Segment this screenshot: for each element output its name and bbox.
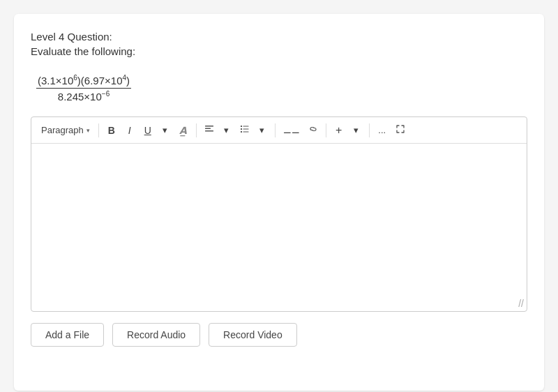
editor-toolbar: Paragraph ▾ B I U ▾ xyxy=(31,117,527,144)
text-color-icon: A̲ xyxy=(179,125,187,136)
list-dropdown-button[interactable]: ▾ xyxy=(254,122,271,138)
toolbar-separator-5 xyxy=(369,123,370,137)
record-video-button[interactable]: Record Video xyxy=(209,323,297,347)
add-dropdown-button[interactable]: ▾ xyxy=(348,122,365,138)
underline-chevron-icon: ▾ xyxy=(163,125,167,135)
expand-icon xyxy=(395,124,405,136)
link-button[interactable] xyxy=(305,121,322,139)
align-button[interactable] xyxy=(201,121,218,139)
question-level-label: Level 4 Question: xyxy=(31,31,527,43)
resize-handle[interactable]: // xyxy=(518,299,524,308)
action-buttons-container: Add a File Record Audio Record Video xyxy=(31,323,527,347)
question-instruction: Evaluate the following: xyxy=(31,45,527,57)
toolbar-separator-3 xyxy=(275,123,276,137)
list-group: ▾ xyxy=(236,121,271,139)
list-chevron-icon: ▾ xyxy=(259,125,264,135)
special-insert-button[interactable]: ⚊⚊ xyxy=(280,122,303,138)
add-group: + ▾ xyxy=(331,122,365,139)
add-file-button[interactable]: Add a File xyxy=(31,323,104,347)
toolbar-separator-1 xyxy=(98,123,99,137)
align-group: ▾ xyxy=(201,121,235,139)
align-icon xyxy=(204,124,214,136)
add-icon: + xyxy=(335,125,342,136)
toolbar-separator-2 xyxy=(196,123,197,137)
svg-rect-1 xyxy=(205,128,211,130)
svg-rect-4 xyxy=(243,126,248,127)
page-container: Level 4 Question: Evaluate the following… xyxy=(14,14,544,391)
svg-rect-0 xyxy=(205,126,213,127)
more-options-button[interactable]: ... xyxy=(374,122,391,138)
underline-button[interactable]: U xyxy=(140,122,156,139)
math-expression: (3.1×106)(6.97×104) 8.245×10−6 xyxy=(36,74,131,103)
math-numerator: (3.1×106)(6.97×104) xyxy=(36,74,131,89)
add-button[interactable]: + xyxy=(331,122,347,139)
link-icon xyxy=(308,124,318,136)
toolbar-separator-4 xyxy=(326,123,326,137)
svg-rect-5 xyxy=(241,128,242,130)
underline-group: U ▾ xyxy=(140,122,174,139)
bold-button[interactable]: B xyxy=(103,122,120,139)
italic-button[interactable]: I xyxy=(121,122,138,139)
svg-rect-7 xyxy=(241,131,242,133)
align-chevron-icon: ▾ xyxy=(224,125,229,135)
underline-dropdown-button[interactable]: ▾ xyxy=(157,122,174,138)
math-denominator: 8.245×10−6 xyxy=(58,89,110,103)
special-insert-icon: ⚊⚊ xyxy=(283,125,300,135)
paragraph-chevron-icon: ▾ xyxy=(86,127,90,134)
paragraph-style-dropdown[interactable]: Paragraph ▾ xyxy=(37,123,94,137)
list-icon xyxy=(240,124,250,136)
expand-button[interactable] xyxy=(392,121,409,139)
align-dropdown-button[interactable]: ▾ xyxy=(218,122,235,138)
svg-rect-3 xyxy=(241,126,242,127)
svg-rect-8 xyxy=(243,132,248,133)
add-chevron-icon: ▾ xyxy=(354,125,359,135)
paragraph-label: Paragraph xyxy=(41,125,84,135)
editor-body[interactable]: // xyxy=(31,144,527,311)
more-options-icon: ... xyxy=(378,125,386,135)
record-audio-button[interactable]: Record Audio xyxy=(112,323,200,347)
svg-rect-2 xyxy=(205,130,213,132)
rich-text-editor: Paragraph ▾ B I U ▾ xyxy=(31,116,527,312)
svg-rect-6 xyxy=(243,129,248,130)
text-color-button[interactable]: A̲ xyxy=(175,122,192,139)
list-button[interactable] xyxy=(236,121,253,139)
math-fraction: (3.1×106)(6.97×104) 8.245×10−6 xyxy=(36,74,131,103)
